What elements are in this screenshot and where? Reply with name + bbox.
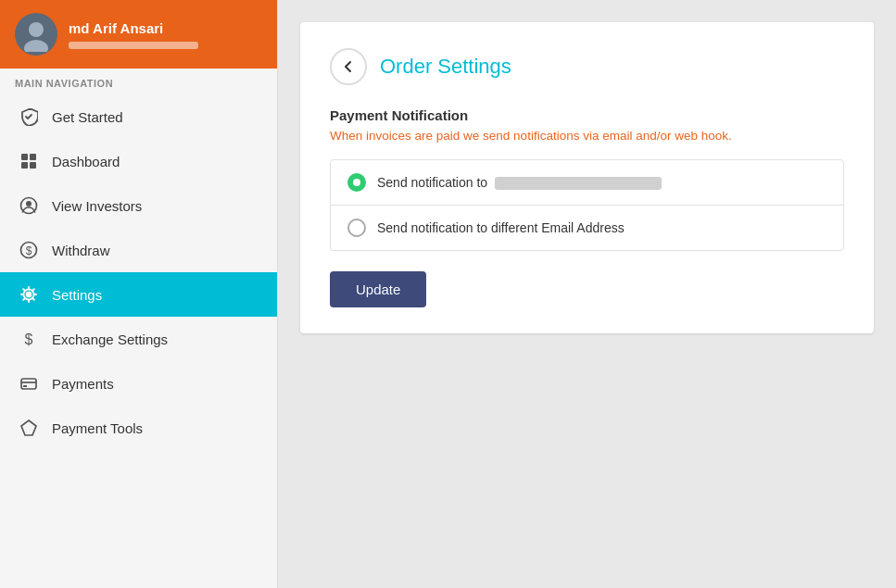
sidebar-item-withdraw[interactable]: $ Withdraw bbox=[0, 228, 277, 272]
update-button[interactable]: Update bbox=[330, 271, 426, 307]
svg-point-7 bbox=[26, 201, 32, 206]
card-icon bbox=[19, 373, 39, 394]
sidebar-item-settings[interactable]: Settings bbox=[0, 272, 277, 317]
svg-rect-2 bbox=[21, 154, 28, 160]
svg-point-0 bbox=[29, 22, 44, 37]
svg-text:$: $ bbox=[25, 332, 33, 347]
user-info: md Arif Ansari bbox=[69, 20, 198, 49]
person-circle-icon bbox=[19, 195, 39, 216]
username: md Arif Ansari bbox=[69, 20, 198, 36]
notification-option-default[interactable]: Send notification to bbox=[331, 160, 843, 206]
svg-rect-3 bbox=[30, 154, 36, 160]
section-title: Payment Notification bbox=[330, 107, 844, 123]
diamond-icon bbox=[19, 418, 39, 438]
avatar bbox=[15, 13, 57, 56]
card-header: Order Settings bbox=[330, 48, 844, 85]
sidebar-item-exchange-settings[interactable]: $ Exchange Settings bbox=[0, 317, 277, 361]
sidebar-item-payments-label: Payments bbox=[52, 376, 114, 392]
sidebar-item-payment-tools-label: Payment Tools bbox=[52, 420, 143, 436]
sidebar-item-payments[interactable]: Payments bbox=[0, 361, 277, 406]
notification-option-different-label: Send notification to different Email Add… bbox=[377, 220, 625, 235]
sidebar-item-withdraw-label: Withdraw bbox=[52, 243, 110, 258]
sidebar: md Arif Ansari MAIN NAVIGATION Get Start… bbox=[0, 0, 278, 588]
sidebar-item-get-started[interactable]: Get Started bbox=[0, 94, 277, 139]
sidebar-item-settings-label: Settings bbox=[52, 287, 102, 303]
dollar-sign-icon: $ bbox=[19, 329, 39, 349]
back-button[interactable] bbox=[330, 48, 367, 85]
grid-icon bbox=[19, 151, 39, 171]
sidebar-header: md Arif Ansari bbox=[0, 0, 277, 69]
sidebar-item-view-investors[interactable]: View Investors bbox=[0, 183, 277, 228]
notification-option-different[interactable]: Send notification to different Email Add… bbox=[331, 206, 843, 250]
svg-rect-16 bbox=[23, 385, 27, 387]
card-title: Order Settings bbox=[380, 55, 511, 79]
svg-text:$: $ bbox=[26, 244, 32, 257]
svg-rect-14 bbox=[21, 379, 36, 389]
shield-icon bbox=[19, 106, 39, 127]
sidebar-item-dashboard-label: Dashboard bbox=[52, 154, 120, 169]
gear-icon bbox=[19, 284, 39, 305]
username-bar bbox=[69, 42, 198, 49]
radio-selected-icon bbox=[347, 173, 366, 192]
svg-rect-4 bbox=[21, 162, 28, 169]
sidebar-item-exchange-settings-label: Exchange Settings bbox=[52, 332, 168, 347]
dollar-circle-icon: $ bbox=[19, 240, 39, 260]
notification-options: Send notification to Send notification t… bbox=[330, 159, 844, 251]
nav-label: MAIN NAVIGATION bbox=[0, 69, 277, 94]
sidebar-item-view-investors-label: View Investors bbox=[52, 198, 142, 214]
main-content: Order Settings Payment Notification When… bbox=[278, 0, 896, 588]
sidebar-item-get-started-label: Get Started bbox=[52, 109, 123, 125]
svg-point-1 bbox=[24, 40, 48, 52]
notification-option-default-label: Send notification to bbox=[377, 175, 662, 190]
svg-rect-5 bbox=[30, 162, 36, 169]
email-redacted-bar bbox=[495, 177, 662, 190]
radio-empty-icon bbox=[347, 219, 366, 237]
sidebar-item-payment-tools[interactable]: Payment Tools bbox=[0, 406, 277, 450]
content-card: Order Settings Payment Notification When… bbox=[300, 22, 874, 333]
sidebar-item-dashboard[interactable]: Dashboard bbox=[0, 139, 277, 183]
svg-marker-17 bbox=[21, 420, 36, 435]
section-description: When invoices are paid we send notificat… bbox=[330, 129, 844, 143]
